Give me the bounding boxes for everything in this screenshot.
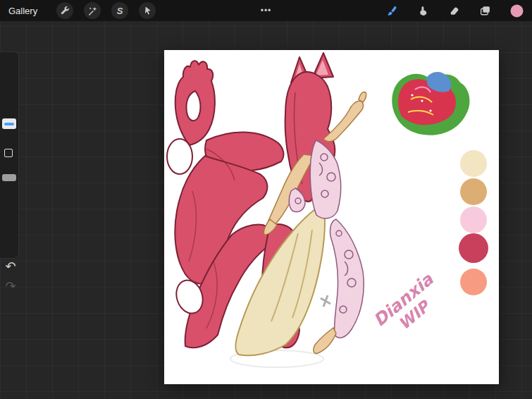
palette-swatch [460, 207, 487, 233]
layers-button[interactable] [479, 5, 491, 17]
brush-size-indicator [4, 123, 14, 125]
palette-swatch [460, 150, 487, 177]
artwork: Dianxia WIP [164, 50, 499, 384]
canvas-palette [459, 150, 488, 295]
eraser-button[interactable] [448, 5, 460, 17]
opacity-slider[interactable] [2, 174, 16, 181]
leg-ornament [330, 219, 364, 338]
procreate-app: Gallery S [0, 0, 532, 399]
gallery-button[interactable]: Gallery [8, 6, 37, 16]
arrow-cursor-icon [142, 6, 153, 16]
selection-button[interactable]: S [111, 2, 128, 19]
smudge-finger-icon [417, 5, 429, 17]
current-color-swatch [510, 4, 524, 18]
palette-swatch [460, 269, 487, 295]
palette-swatch [459, 233, 488, 263]
artist-signature: Dianxia WIP [370, 269, 449, 344]
magic-wand-icon [87, 6, 98, 16]
undo-button[interactable]: ↶ [3, 259, 18, 274]
toolbar-center-group: ••• [261, 0, 272, 21]
wrench-icon [60, 6, 70, 16]
toolbar-left-group: Gallery S [8, 2, 156, 19]
foot [314, 328, 336, 353]
toolbar-right-group [386, 4, 524, 18]
paint-brush-button[interactable] [386, 5, 398, 17]
adjustments-button[interactable] [84, 2, 101, 19]
palette-swatch [460, 178, 487, 205]
texture-test-swatch [392, 72, 469, 135]
modify-button[interactable] [4, 149, 13, 157]
canvas-options-handle[interactable]: ••• [261, 6, 272, 15]
smudge-button[interactable] [417, 5, 429, 17]
color-button[interactable] [510, 4, 524, 18]
redo-button[interactable]: ↷ [3, 278, 18, 294]
layers-icon [479, 5, 491, 17]
paint-brush-icon [386, 5, 398, 17]
brush-size-slider[interactable] [2, 118, 16, 129]
tool-sidebar [0, 51, 19, 259]
eraser-icon [448, 5, 460, 17]
transform-button[interactable] [139, 2, 156, 19]
top-toolbar: Gallery S [0, 0, 532, 21]
actions-button[interactable] [56, 2, 73, 19]
selection-icon: S [117, 6, 123, 16]
canvas[interactable]: Dianxia WIP [164, 50, 499, 384]
gray-sketch-mark [321, 295, 330, 307]
